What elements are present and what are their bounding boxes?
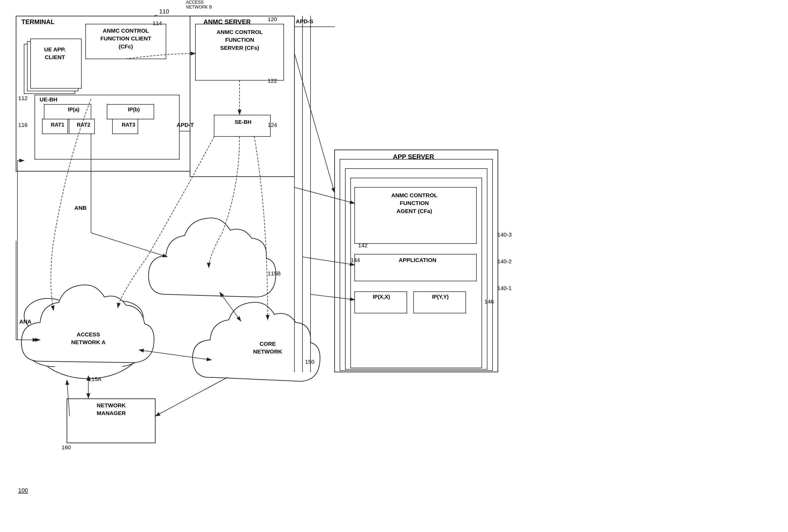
rat2-label: RAT2 [73, 122, 94, 128]
svg-line-35 [91, 233, 167, 257]
ue-app-client-label: UE APP.CLIENT [32, 45, 78, 61]
ref-115b: 115B [268, 270, 281, 277]
ref-160: 160 [62, 444, 71, 451]
ref-112: 112 [18, 95, 27, 101]
anmc-server-label: ANMC SERVER [203, 18, 251, 26]
diagram: TERMINAL 110 ⌐ UE APP.CLIENT 112 ANMC CO… [0, 0, 788, 532]
svg-rect-15 [214, 115, 270, 137]
ref-114: 114 [153, 20, 162, 26]
ue-bh-label: UE-BH [40, 96, 58, 103]
apd-t-label: APD-T [177, 122, 194, 128]
svg-point-29 [24, 298, 72, 333]
core-network-label: CORENETWORK [233, 340, 302, 356]
ref-115a: 115A [88, 376, 101, 382]
ref-122: 122 [268, 78, 277, 84]
ip-yy-label: IP(Y,Y) [420, 294, 460, 300]
ref-124: 124 [268, 122, 277, 128]
svg-line-47 [302, 257, 355, 265]
anb-label: ANB [74, 205, 87, 211]
ref-150: 150 [305, 359, 315, 365]
ref-140-1: 140-1 [497, 285, 512, 291]
ip-a-label: IP(a) [58, 106, 90, 113]
ip-xx-label: IP(X,X) [361, 294, 401, 300]
ref-140-3: 140-3 [497, 232, 512, 238]
svg-line-40 [67, 380, 70, 416]
apd-s-label: APD-S [296, 18, 313, 25]
svg-line-48 [311, 294, 355, 300]
svg-line-38 [222, 296, 241, 321]
access-network-a-label: ACCESSNETWORK A [52, 331, 124, 346]
ref-120: 120 [268, 16, 277, 22]
svg-line-39 [155, 377, 228, 416]
ref-100: 100 [18, 487, 28, 494]
app-server-label: APP SERVER [351, 153, 476, 161]
ref-116: 116 [18, 122, 27, 128]
ip-b-label: IP(b) [120, 106, 147, 113]
anmc-cfs-label: ANMC CONTROLFUNCTIONSERVER (CFs) [198, 28, 282, 52]
ref-140-2: 140-2 [497, 258, 512, 265]
terminal-label: TERMINAL [21, 18, 55, 26]
rat1-label: RAT1 [47, 122, 68, 128]
rat3-label: RAT3 [118, 122, 139, 128]
network-manager-label: NETWORKMANAGER [72, 401, 151, 417]
svg-rect-17 [340, 159, 492, 371]
svg-line-37 [143, 351, 212, 360]
anmc-cfa-label: ANMC CONTROLFUNCTIONAGENT (CFa) [358, 191, 471, 215]
svg-line-53 [294, 54, 335, 193]
anmc-cfc-label: ANMC CONTROLFUNCTION CLIENT(CFc) [87, 27, 164, 50]
ref-110: 110 [159, 8, 169, 15]
svg-point-28 [56, 293, 110, 331]
application-label: APPLICATION [380, 257, 455, 263]
se-bh-label: SE-BH [224, 119, 262, 125]
svg-point-30 [98, 301, 143, 333]
ref-144: 144 [351, 257, 360, 263]
ana-label: ANA [19, 318, 32, 325]
svg-line-46 [294, 187, 355, 203]
diagram-lines [0, 0, 788, 532]
access-network-b-label: ACCESSNETWORK B [186, 0, 212, 9]
ref-142: 142 [358, 242, 368, 249]
ref-110-line: ⌐ [154, 12, 158, 19]
ref-146: 146 [485, 298, 494, 305]
